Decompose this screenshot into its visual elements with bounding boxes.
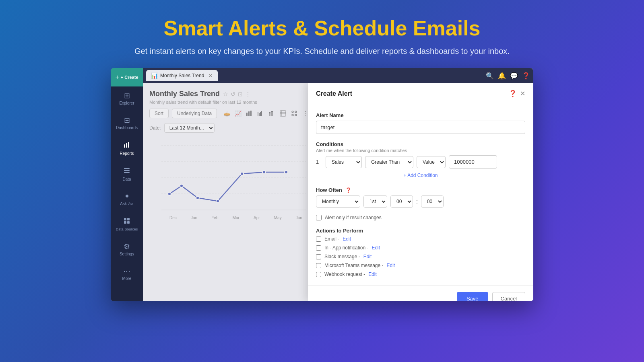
condition-number: 1 (316, 159, 322, 165)
how-often-row: Monthly 1st 00 : 00 (316, 195, 525, 208)
sidebar-item-data[interactable]: Data (111, 161, 143, 187)
alert-name-input[interactable] (316, 121, 525, 134)
chart-area: Monthly Sales Trend ☆ ↺ ⊡ ⋮ Monthly sale… (143, 83, 533, 301)
condition-row-1: 1 Sales Greater Than Value (316, 155, 525, 169)
create-button[interactable]: + + Create (111, 68, 143, 86)
alert-only-label: Alert only if result changes (325, 215, 382, 220)
plus-icon: + (115, 74, 119, 81)
inapp-checkbox[interactable] (316, 245, 321, 251)
slack-label: Slack message - (324, 254, 360, 259)
svg-rect-8 (124, 221, 126, 224)
svg-rect-0 (124, 144, 125, 148)
slack-checkbox[interactable] (316, 254, 321, 259)
email-edit-button[interactable]: Edit (343, 236, 351, 242)
tab-bar: 📊 Monthly Sales Trend ✕ 🔍 🔔 💬 ❓ (143, 68, 533, 83)
cancel-button[interactable]: Cancel (492, 292, 525, 301)
dialog-header: Create Alert ❓ ✕ (308, 83, 533, 104)
svg-rect-5 (124, 172, 130, 173)
app-window: 📊 Monthly Sales Trend ✕ 🔍 🔔 💬 ❓ Monthly … (143, 68, 533, 301)
svg-rect-7 (127, 218, 130, 220)
day-select[interactable]: 1st (363, 195, 387, 208)
tab-monthly-sales[interactable]: 📊 Monthly Sales Trend ✕ (146, 70, 218, 81)
actions-list: Email - Edit In - App notification - Edi… (316, 236, 525, 277)
tab-chart-icon: 📊 (151, 72, 158, 79)
data-sources-icon (123, 217, 130, 226)
alert-name-group: Alert Name (316, 112, 525, 134)
condition-operator-select[interactable]: Greater Than (365, 156, 413, 168)
dashboards-icon: ⊟ (124, 117, 130, 124)
ask-zia-icon: ✦ (124, 193, 130, 200)
actions-label: Actions to Perform (316, 228, 525, 234)
share-icon[interactable]: 💬 (510, 72, 518, 80)
dialog-help-icon[interactable]: ❓ (509, 90, 517, 97)
sidebar-item-more[interactable]: ⋯ More (111, 262, 143, 286)
create-alert-dialog: Create Alert ❓ ✕ Alert Name Conditions (308, 83, 533, 301)
save-button[interactable]: Save (457, 292, 488, 301)
page-header: Smart Alerts & Schedule Emails Get insta… (126, 0, 518, 68)
minute-select[interactable]: 00 (421, 195, 444, 208)
sidebar-item-data-sources[interactable]: Data Sources (111, 212, 143, 237)
explorer-icon: ⊞ (124, 92, 130, 99)
sidebar: + + Create ⊞ Explorer ⊟ Dashboards Repor… (111, 68, 143, 301)
teams-label: Microsoft Teams message - (324, 263, 384, 268)
page-subtitle: Get instant alerts on key changes to you… (134, 47, 510, 56)
alert-icon[interactable]: 🔔 (498, 72, 506, 80)
actions-group: Actions to Perform Email - Edit In - App… (316, 228, 525, 277)
tab-action-icons: 🔍 🔔 💬 ❓ (486, 72, 530, 80)
svg-rect-3 (124, 168, 130, 169)
alert-only-row: Alert only if result changes (316, 215, 525, 220)
reports-icon (123, 141, 130, 150)
condition-field-select[interactable]: Sales (326, 156, 362, 168)
more-icon: ⋯ (123, 267, 130, 275)
webhook-edit-button[interactable]: Edit (368, 272, 377, 277)
conditions-label: Conditions (316, 141, 525, 147)
how-often-label: How Often ❓ (316, 187, 525, 193)
svg-rect-1 (126, 143, 127, 148)
action-webhook-row: Webhook request - Edit (316, 272, 525, 277)
slack-edit-button[interactable]: Edit (363, 254, 372, 259)
page-title: Smart Alerts & Schedule Emails (134, 16, 510, 40)
webhook-checkbox[interactable] (316, 272, 321, 277)
dialog-close-icon[interactable]: ✕ (520, 90, 525, 97)
sidebar-item-settings[interactable]: ⚙ Settings (111, 237, 143, 262)
conditions-sublabel: Alert me when the following condition ma… (316, 148, 525, 153)
webhook-label: Webhook request - (324, 272, 365, 277)
condition-type-select[interactable]: Value (417, 156, 446, 168)
main-content: + + Create ⊞ Explorer ⊟ Dashboards Repor… (111, 68, 533, 301)
dialog-body: Alert Name Conditions Alert me when the … (308, 104, 533, 285)
dialog-footer: Save Cancel (308, 285, 533, 301)
search-icon[interactable]: 🔍 (486, 72, 494, 80)
action-inapp-row: In - App notification - Edit (316, 245, 525, 251)
teams-checkbox[interactable] (316, 263, 321, 268)
tab-title: Monthly Sales Trend (160, 73, 204, 78)
dialog-title: Create Alert (316, 90, 352, 97)
alert-name-label: Alert Name (316, 112, 525, 118)
svg-rect-9 (127, 221, 130, 224)
help-icon[interactable]: ❓ (522, 72, 530, 80)
dialog-header-icons: ❓ ✕ (509, 90, 525, 97)
sidebar-item-reports[interactable]: Reports (111, 136, 143, 161)
hour-select[interactable]: 00 (390, 195, 413, 208)
inapp-edit-button[interactable]: Edit (372, 245, 380, 251)
frequency-select[interactable]: Monthly (316, 195, 360, 208)
data-icon (123, 167, 130, 175)
inapp-label: In - App notification - (324, 245, 368, 251)
teams-edit-button[interactable]: Edit (387, 263, 395, 268)
settings-icon: ⚙ (124, 243, 130, 250)
time-colon: : (416, 198, 418, 205)
how-often-help-icon: ❓ (345, 187, 351, 193)
alert-only-checkbox[interactable] (316, 215, 322, 220)
tab-close-button[interactable]: ✕ (208, 72, 213, 79)
condition-value-input[interactable] (449, 155, 497, 169)
conditions-group: Conditions Alert me when the following c… (316, 141, 525, 180)
sidebar-item-ask-zia[interactable]: ✦ Ask Zia (111, 187, 143, 212)
svg-rect-2 (128, 142, 129, 148)
how-often-group: How Often ❓ Monthly 1st 00 (316, 187, 525, 208)
svg-rect-6 (124, 218, 126, 220)
sidebar-item-explorer[interactable]: ⊞ Explorer (111, 86, 143, 111)
add-condition-button[interactable]: + Add Condition (316, 171, 525, 180)
action-teams-row: Microsoft Teams message - Edit (316, 263, 525, 268)
sidebar-item-dashboards[interactable]: ⊟ Dashboards (111, 111, 143, 136)
email-checkbox[interactable] (316, 237, 321, 242)
action-email-row: Email - Edit (316, 236, 525, 242)
